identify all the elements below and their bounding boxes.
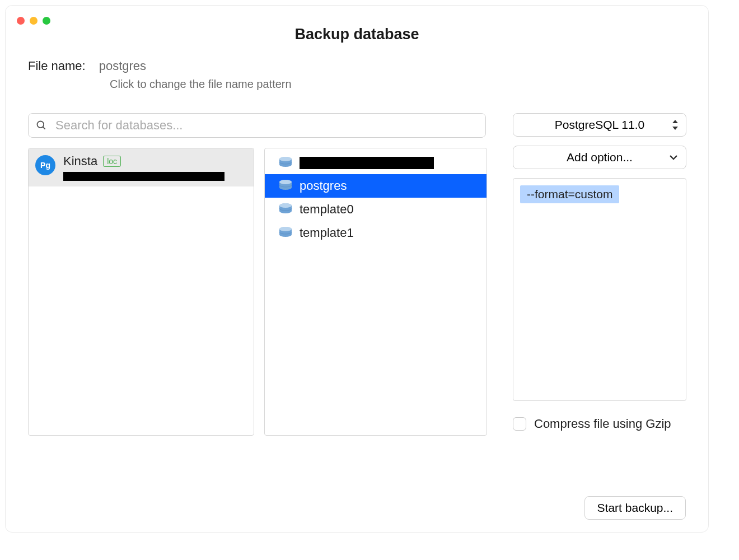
database-icon bbox=[278, 203, 293, 216]
database-name: postgres bbox=[300, 179, 347, 193]
database-icon bbox=[278, 179, 293, 193]
maximize-window-button[interactable] bbox=[43, 17, 50, 25]
database-name: template0 bbox=[300, 202, 354, 217]
svg-point-0 bbox=[38, 122, 44, 128]
updown-arrows-icon bbox=[671, 120, 679, 130]
add-option-label: Add option... bbox=[567, 151, 633, 164]
svg-point-7 bbox=[279, 203, 292, 208]
location-badge: loc bbox=[103, 156, 121, 167]
filename-hint: Click to change the file name pattern bbox=[110, 78, 686, 91]
svg-point-9 bbox=[279, 227, 292, 231]
database-item-selected[interactable]: postgres bbox=[265, 174, 487, 198]
dialog-window: Backup database File name: postgres Clic… bbox=[6, 6, 708, 532]
filename-label: File name: bbox=[28, 59, 86, 73]
postgres-icon: Pg bbox=[35, 155, 55, 175]
gzip-label: Compress file using Gzip bbox=[534, 417, 671, 431]
connection-name: Kinsta bbox=[63, 154, 97, 169]
chevron-down-icon bbox=[669, 155, 678, 160]
database-name-redacted bbox=[300, 157, 434, 169]
svg-point-5 bbox=[279, 180, 292, 184]
window-controls bbox=[17, 17, 50, 25]
connection-host-redacted bbox=[63, 172, 224, 181]
close-window-button[interactable] bbox=[17, 17, 25, 25]
connection-item[interactable]: Pg Kinsta loc bbox=[29, 148, 254, 186]
databases-list[interactable]: postgres template0 bbox=[264, 148, 487, 436]
svg-line-1 bbox=[43, 127, 45, 129]
database-item[interactable]: template0 bbox=[265, 198, 487, 221]
database-icon bbox=[278, 226, 293, 240]
pg-version-value: PostgreSQL 11.0 bbox=[555, 118, 644, 132]
options-list[interactable]: --format=custom bbox=[513, 178, 686, 401]
dialog-title: Backup database bbox=[6, 6, 708, 43]
database-item[interactable] bbox=[265, 148, 487, 174]
filename-value[interactable]: postgres bbox=[99, 59, 146, 73]
minimize-window-button[interactable] bbox=[30, 17, 38, 25]
pg-version-select[interactable]: PostgreSQL 11.0 bbox=[513, 113, 686, 137]
svg-point-3 bbox=[279, 157, 292, 161]
search-input[interactable] bbox=[28, 113, 486, 138]
database-name: template1 bbox=[300, 226, 354, 240]
add-option-select[interactable]: Add option... bbox=[513, 146, 686, 169]
database-icon bbox=[278, 156, 293, 170]
gzip-checkbox[interactable] bbox=[513, 417, 526, 431]
database-item[interactable]: template1 bbox=[265, 221, 487, 245]
option-chip[interactable]: --format=custom bbox=[520, 185, 619, 203]
connections-list[interactable]: Pg Kinsta loc bbox=[28, 148, 254, 436]
start-backup-button[interactable]: Start backup... bbox=[584, 496, 686, 520]
search-icon bbox=[36, 120, 47, 131]
